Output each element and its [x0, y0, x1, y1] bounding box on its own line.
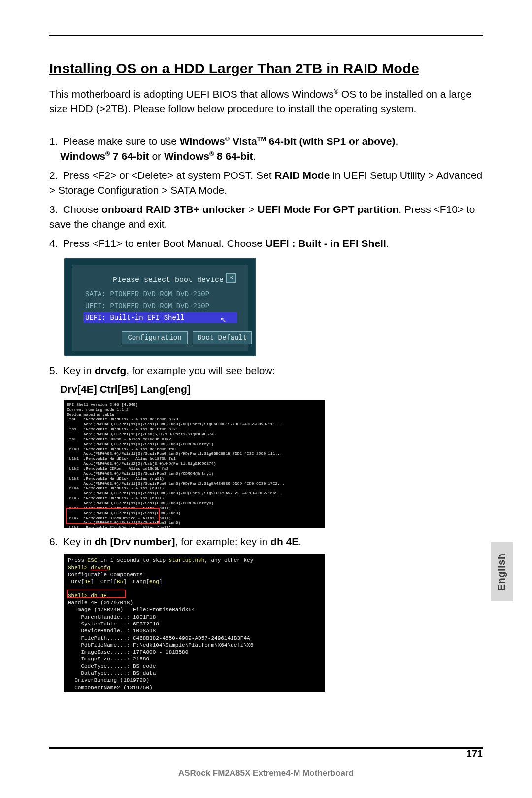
boot-option-1: SATA: PIONEER DVD-ROM DVD-230P [83, 289, 237, 300]
t: Configurable Components [68, 572, 143, 578]
red-highlight-box [66, 508, 160, 524]
registered-icon: ® [225, 136, 230, 142]
close-icon: ✕ [226, 273, 236, 283]
efi-shell-screenshot-1: EFI Shell version 2.00 [4.640] Current r… [64, 400, 325, 528]
t: UEFI Mode For GPT partition [257, 204, 399, 215]
t: Press <F2> or <Delete> at system POST. S… [63, 170, 275, 181]
step-1: 1. Please make sure to use Windows® Vist… [49, 134, 483, 164]
t: in 1 seconds to skip [97, 557, 168, 563]
t: startup.nsh [169, 557, 205, 563]
t: ] Ctrl[ [91, 579, 117, 585]
t: Key in [63, 365, 95, 376]
t: Choose [63, 204, 101, 215]
step-num: 4. [49, 236, 60, 251]
t: 8 64-bit [214, 150, 253, 162]
t: Shell> [68, 565, 91, 571]
t: drvcfg [91, 565, 110, 571]
t: , for example you will see below: [126, 365, 275, 376]
t: ] [159, 579, 163, 585]
bottom-rule [49, 747, 483, 749]
t: or [149, 150, 164, 162]
t: UEFI : Built - in EFI Shell [266, 238, 386, 249]
boot-option-2: UEFI: PIONEER DVD-ROM DVD-230P [83, 301, 237, 312]
shell-text-2: Press ESC in 1 seconds to skip startup.n… [64, 554, 325, 692]
t: Vista [230, 136, 257, 147]
t: ESC [88, 557, 98, 563]
step-num: 1. [49, 134, 60, 149]
page-title: Installing OS on a HDD Larger Than 2TB i… [49, 61, 483, 77]
t: . [386, 238, 389, 249]
t: Windows [164, 150, 209, 162]
intro-text-1: This motherboard is adopting UEFI BIOS t… [49, 88, 334, 100]
top-rule [49, 35, 483, 36]
red-highlight-box [67, 590, 126, 598]
efi-shell-screenshot-2: Press ESC in 1 seconds to skip startup.n… [64, 554, 325, 692]
step-num: 5. [49, 363, 60, 378]
t: , [395, 136, 398, 147]
boot-default-button: Boot Default [193, 331, 252, 344]
registered-icon: ® [209, 150, 214, 157]
t: Drv[ [68, 579, 84, 585]
boot-panel: Please select boot device ✕ SATA: PIONEE… [72, 265, 248, 351]
t: , for example: key in [175, 536, 270, 547]
t: B5 [117, 579, 123, 585]
t: dh 4E [270, 536, 299, 547]
t: 7 64-bit [110, 150, 149, 162]
intro-paragraph: This motherboard is adopting UEFI BIOS t… [49, 87, 483, 117]
t: eng [149, 579, 159, 585]
registered-icon: ® [105, 150, 110, 157]
step-num: 6. [49, 534, 60, 549]
step-num: 2. [49, 168, 60, 183]
language-tab: English [491, 542, 513, 601]
t: ] Lang[ [123, 579, 149, 585]
cursor-icon: ↖ [220, 314, 227, 325]
t: > [245, 204, 257, 215]
steps-list: 1. Please make sure to use Windows® Vist… [49, 134, 483, 692]
t: RAID Mode [274, 170, 330, 181]
t: onboard RAID 3TB+ unlocker [101, 204, 245, 215]
t: 4E [84, 579, 91, 585]
footer-text: ASRock FM2A85X Extreme4-M Motherboard [49, 768, 483, 778]
t: Windows [60, 150, 105, 162]
t: Key in [63, 536, 95, 547]
drv-output-line: Drv[4E] Ctrl[B5] Lang[eng] [49, 382, 483, 397]
language-label: English [497, 553, 508, 590]
configuration-button: Configuration [122, 331, 188, 344]
step-5: 5. Key in drvcfg, for example you will s… [49, 363, 483, 378]
boot-option-3-selected: UEFI: Built-in EFI Shell [83, 312, 237, 323]
t: drvcfg [95, 365, 126, 376]
t: . [253, 150, 256, 162]
page-number: 171 [466, 748, 483, 760]
step-num: 3. [49, 202, 60, 217]
t: . [299, 536, 301, 547]
t: dh [Drv number] [95, 536, 175, 547]
boot-header: Please select boot device [113, 275, 224, 286]
t: Press [68, 557, 88, 563]
step-6: 6. Key in dh [Drv number], for example: … [49, 534, 483, 549]
t: Windows [180, 136, 225, 147]
boot-device-screenshot: Please select boot device ✕ SATA: PIONEE… [64, 258, 256, 356]
t: Handle 4E (01797018) Image (178B240) Fil… [68, 600, 253, 692]
trademark-icon: TM [257, 136, 266, 142]
step-2: 2. Press <F2> or <Delete> at system POST… [49, 168, 483, 198]
t: 64-bit (with SP1 or above) [266, 136, 396, 147]
t: Please make sure to use [63, 136, 180, 147]
t: , any other key [204, 557, 253, 563]
registered-icon: ® [334, 88, 338, 95]
t: Press <F11> to enter Boot Manual. Choose [63, 238, 266, 249]
step-4: 4. Press <F11> to enter Boot Manual. Cho… [49, 236, 483, 251]
step-3: 3. Choose onboard RAID 3TB+ unlocker > U… [49, 202, 483, 232]
